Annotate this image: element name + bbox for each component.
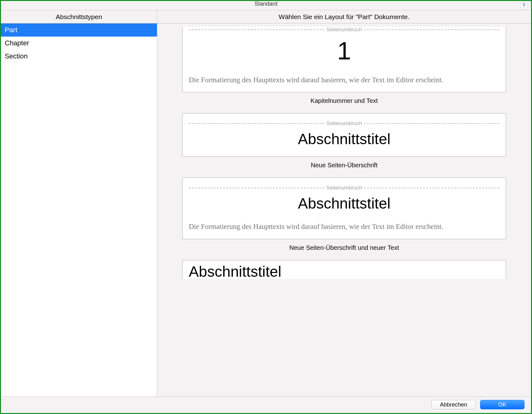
help-button[interactable]: ? bbox=[520, 2, 528, 10]
chapter-number-sample: 1 bbox=[189, 37, 499, 65]
layout-option-partial[interactable]: Abschnittstitel bbox=[182, 260, 506, 279]
pagebreak-indicator: Seitenumbruch bbox=[189, 120, 499, 127]
layout-caption: Neue Seiten-Überschrift bbox=[182, 162, 506, 169]
window-title: Standard bbox=[254, 1, 277, 7]
section-types-list: Part Chapter Section bbox=[1, 23, 157, 397]
pagebreak-label: Seitenumbruch bbox=[324, 27, 364, 33]
sidebar-item-label: Section bbox=[5, 52, 28, 60]
content-area: Part Chapter Section Seitenumbruch 1 Die… bbox=[1, 23, 531, 397]
sidebar-item-label: Part bbox=[5, 26, 17, 34]
layout-caption: Kapitelnummer und Text bbox=[182, 97, 506, 104]
pagebreak-label: Seitenumbruch bbox=[324, 185, 364, 191]
section-title-sample: Abschnittstitel bbox=[189, 263, 499, 279]
sidebar-item-part[interactable]: Part bbox=[1, 23, 157, 37]
layout-option-new-page-heading-and-text[interactable]: Seitenumbruch Abschnittstitel Die Format… bbox=[182, 178, 506, 239]
pagebreak-label: Seitenumbruch bbox=[324, 120, 364, 127]
section-title-sample: Abschnittstitel bbox=[189, 130, 499, 148]
column-headers: Abschnittstypen Wählen Sie ein Layout fü… bbox=[1, 10, 531, 23]
layout-option-chapter-number-and-text[interactable]: Seitenumbruch 1 Die Formatierung des Hau… bbox=[182, 27, 506, 92]
layout-caption: Neue Seiten-Überschrift und neuer Text bbox=[182, 244, 506, 251]
ok-button[interactable]: OK bbox=[480, 400, 524, 409]
main-header: Wählen Sie ein Layout für "Part" Dokumen… bbox=[157, 10, 531, 23]
pagebreak-indicator: Seitenumbruch bbox=[189, 185, 499, 191]
sidebar-header: Abschnittstypen bbox=[1, 10, 157, 23]
sidebar-item-section[interactable]: Section bbox=[1, 50, 157, 63]
sidebar-item-chapter[interactable]: Chapter bbox=[1, 37, 157, 50]
body-text-sample: Die Formatierung des Haupttexts wird dar… bbox=[189, 75, 499, 85]
dialog-footer: Abbrechen OK bbox=[2, 396, 530, 412]
layout-chooser[interactable]: Seitenumbruch 1 Die Formatierung des Hau… bbox=[157, 23, 531, 397]
sidebar-item-label: Chapter bbox=[5, 39, 29, 47]
body-text-sample: Die Formatierung des Haupttexts wird dar… bbox=[189, 221, 499, 232]
window-titlebar: Standard ? bbox=[1, 1, 531, 10]
layout-option-new-page-heading[interactable]: Seitenumbruch Abschnittstitel bbox=[182, 113, 506, 157]
pagebreak-indicator: Seitenumbruch bbox=[189, 27, 499, 33]
section-title-sample: Abschnittstitel bbox=[189, 195, 499, 212]
cancel-button[interactable]: Abbrechen bbox=[431, 400, 476, 409]
